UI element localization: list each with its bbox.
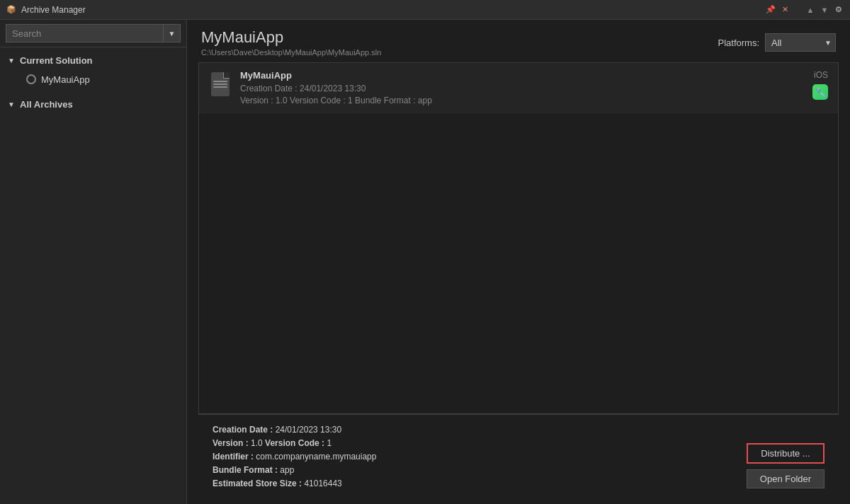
current-solution-section: ▼ Current Solution MyMauiApp: [0, 47, 186, 91]
details-panel: Creation Date : 24/01/2023 13:30 Version…: [198, 414, 839, 498]
page-title: MyMauiApp: [201, 28, 381, 47]
title-bar-text: Archive Manager: [21, 5, 765, 15]
details-version: Version : 1.0 Version Code : 1: [212, 438, 376, 448]
content-path: C:\Users\Dave\Desktop\MyMauiApp\MyMauiAp…: [201, 48, 381, 57]
platforms-select[interactable]: All iOS Android: [765, 33, 836, 52]
open-folder-button[interactable]: Open Folder: [747, 469, 824, 488]
estimated-store-size-value: 41016443: [304, 479, 341, 488]
archive-item-platform: iOS 🔧: [812, 70, 828, 100]
identifier-label: Identifier :: [212, 452, 256, 462]
app-icon: 📦: [6, 4, 17, 16]
creation-date-value: 24/01/2023 13:30: [276, 425, 341, 435]
platforms-label: Platforms:: [718, 38, 759, 48]
details-fields: Creation Date : 24/01/2023 13:30 Version…: [212, 425, 376, 488]
search-box: ▼: [0, 20, 186, 47]
current-solution-label: Current Solution: [20, 55, 93, 66]
identifier-value: com.companyname.mymauiapp: [256, 452, 376, 462]
platforms-control: Platforms: All iOS Android ▼: [718, 33, 836, 52]
distribute-button[interactable]: Distribute ...: [747, 443, 824, 464]
pin-button[interactable]: 📌: [765, 4, 776, 16]
archive-item-date: Creation Date : 24/01/2023 13:30: [240, 84, 812, 93]
settings-icon[interactable]: ⚙: [833, 4, 844, 16]
all-archives-header[interactable]: ▼ All Archives: [0, 94, 186, 114]
search-input[interactable]: [6, 24, 164, 42]
details-identifier: Identifier : com.companyname.mymauiapp: [212, 452, 376, 462]
estimated-store-size-label: Estimated Store Size :: [212, 479, 304, 488]
title-bar: 📦 Archive Manager 📌 ✕ ▲ ▼ ⚙: [0, 0, 850, 20]
current-solution-arrow: ▼: [6, 55, 17, 66]
all-archives-arrow: ▼: [6, 98, 17, 110]
ios-platform-icon: 🔧: [812, 84, 828, 100]
search-dropdown-button[interactable]: ▼: [164, 24, 181, 42]
details-bundle-format: Bundle Format : app: [212, 465, 376, 475]
archive-item[interactable]: MyMauiApp Creation Date : 24/01/2023 13:…: [199, 63, 838, 113]
archive-item-info: MyMauiApp Creation Date : 24/01/2023 13:…: [240, 70, 812, 105]
platform-label: iOS: [814, 70, 828, 80]
content-header: MyMauiApp C:\Users\Dave\Desktop\MyMauiAp…: [187, 20, 850, 62]
scroll-down-icon[interactable]: ▼: [819, 4, 830, 16]
archive-list-panel[interactable]: MyMauiApp Creation Date : 24/01/2023 13:…: [198, 62, 839, 414]
archive-item-doc-icon: [209, 70, 232, 98]
details-estimated-store-size: Estimated Store Size : 41016443: [212, 479, 376, 488]
bundle-format-value: app: [280, 465, 294, 475]
creation-date-label: Creation Date :: [212, 425, 276, 435]
content-title-block: MyMauiApp C:\Users\Dave\Desktop\MyMauiAp…: [201, 28, 381, 57]
all-archives-section: ▼ All Archives: [0, 91, 186, 117]
scroll-up-icon[interactable]: ▲: [805, 4, 816, 16]
bundle-format-label: Bundle Format :: [212, 465, 280, 475]
close-button[interactable]: ✕: [779, 4, 790, 16]
archive-item-name: MyMauiApp: [240, 70, 812, 81]
archive-item-meta: Version : 1.0 Version Code : 1 Bundle Fo…: [240, 96, 812, 105]
mymauiapp-icon: [26, 74, 37, 85]
sidebar: ▼ ▼ Current Solution MyMauiApp ▼ All Arc…: [0, 20, 187, 504]
mymauiapp-label: MyMauiApp: [41, 74, 90, 85]
version-value: 1.0: [251, 438, 263, 448]
details-creation-date: Creation Date : 24/01/2023 13:30: [212, 425, 376, 435]
platforms-select-wrapper: All iOS Android ▼: [765, 33, 836, 52]
version-code-value: 1: [327, 438, 332, 448]
all-archives-label: All Archives: [20, 99, 73, 110]
main-layout: ▼ ▼ Current Solution MyMauiApp ▼ All Arc…: [0, 20, 850, 504]
version-code-label: Version Code :: [263, 438, 327, 448]
title-bar-controls: 📌 ✕ ▲ ▼ ⚙: [765, 4, 844, 16]
content-area: MyMauiApp C:\Users\Dave\Desktop\MyMauiAp…: [187, 20, 850, 504]
sidebar-item-mymauiapp[interactable]: MyMauiApp: [0, 70, 186, 88]
version-label: Version :: [212, 438, 251, 448]
details-actions: Distribute ... Open Folder: [747, 443, 824, 488]
current-solution-header[interactable]: ▼ Current Solution: [0, 50, 186, 70]
